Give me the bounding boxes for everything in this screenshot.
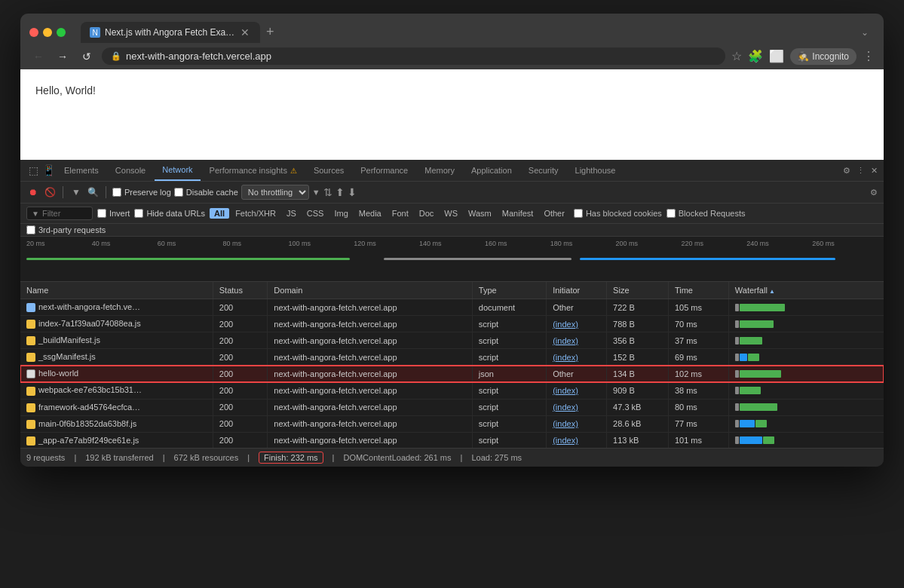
filter-tag-wasm[interactable]: Wasm: [464, 208, 496, 219]
tab-close-button[interactable]: ✕: [239, 26, 251, 38]
dom-content-loaded: DOMContentLoaded: 261 ms: [343, 453, 451, 462]
minimize-window-button[interactable]: [43, 28, 52, 37]
tab-elements[interactable]: Elements: [57, 161, 106, 180]
filter-tag-js[interactable]: JS: [282, 208, 301, 219]
back-button[interactable]: ←: [29, 51, 47, 63]
disable-cache-input[interactable]: [174, 188, 183, 197]
preserve-log-checkbox[interactable]: Preserve log: [112, 188, 171, 197]
tab-security[interactable]: Security: [521, 161, 566, 180]
tab-lighthouse[interactable]: Lighthouse: [568, 161, 624, 180]
profile-icon[interactable]: ⬜: [769, 49, 784, 63]
hide-data-checkbox[interactable]: Hide data URLs: [134, 209, 205, 218]
disable-cache-checkbox[interactable]: Disable cache: [174, 188, 238, 197]
reload-button[interactable]: ↺: [78, 51, 96, 63]
cell-name: main-0f6b18352da63b8f.js: [20, 415, 213, 432]
search-icon[interactable]: 🔍: [86, 185, 100, 199]
hide-data-input[interactable]: [134, 209, 143, 218]
filter-icon[interactable]: ▼: [69, 185, 83, 199]
tab-application[interactable]: Application: [464, 161, 519, 180]
tab-memory[interactable]: Memory: [417, 161, 462, 180]
preserve-log-input[interactable]: [112, 188, 121, 197]
clear-button[interactable]: 🚫: [43, 185, 57, 199]
table-row[interactable]: index-7a1f39aa074088ea.js200next-with-an…: [20, 316, 884, 332]
filter-input[interactable]: [42, 209, 87, 218]
blocked-cookies-checkbox[interactable]: Has blocked cookies: [574, 209, 662, 218]
filter-tag-fetch-xhr[interactable]: Fetch/XHR: [231, 208, 280, 219]
maximize-window-button[interactable]: [57, 28, 66, 37]
cell-size: 134 B: [607, 366, 669, 382]
table-row[interactable]: framework-ad45764ecfca…200next-with-ango…: [20, 399, 884, 415]
extensions-icon[interactable]: 🧩: [748, 49, 763, 63]
col-status[interactable]: Status: [213, 282, 268, 299]
filter-input-container[interactable]: ▼: [26, 207, 93, 220]
blocked-requests-checkbox[interactable]: Blocked Requests: [667, 209, 746, 218]
col-type[interactable]: Type: [472, 282, 546, 299]
new-tab-button[interactable]: +: [260, 21, 280, 43]
settings-gear-icon[interactable]: ⚙: [843, 166, 850, 176]
initiator-link[interactable]: (index): [553, 320, 578, 329]
filter-tag-media[interactable]: Media: [354, 208, 386, 219]
table-row[interactable]: hello-world200next-with-angora-fetch.ver…: [20, 366, 884, 382]
filter-tag-other[interactable]: Other: [539, 208, 569, 219]
col-domain[interactable]: Domain: [268, 282, 472, 299]
table-row[interactable]: _ssgManifest.js200next-with-angora-fetch…: [20, 349, 884, 366]
filter-tag-doc[interactable]: Doc: [415, 208, 439, 219]
third-party-input[interactable]: [26, 225, 35, 234]
third-party-checkbox[interactable]: 3rd-party requests: [26, 225, 878, 234]
waterfall-wait-bar: [735, 403, 739, 411]
table-row[interactable]: _app-a7e7ab9f249ce61e.js200next-with-ang…: [20, 432, 884, 448]
invert-checkbox[interactable]: Invert: [97, 209, 130, 218]
tab-performance-insights[interactable]: Performance insights: [202, 161, 305, 180]
close-window-button[interactable]: [29, 28, 38, 37]
waterfall-wait-bar: [735, 304, 739, 311]
initiator-link[interactable]: (index): [553, 403, 578, 412]
col-initiator[interactable]: Initiator: [547, 282, 607, 299]
table-row[interactable]: webpack-ee7e63bc15b31…200next-with-angor…: [20, 382, 884, 399]
tab-console[interactable]: Console: [108, 161, 153, 180]
browser-tab-active[interactable]: N Next.js with Angora Fetch Exa… ✕: [81, 22, 260, 43]
initiator-link[interactable]: (index): [553, 353, 578, 362]
menu-icon[interactable]: ⋮: [863, 49, 875, 63]
col-waterfall sort-asc[interactable]: Waterfall: [728, 282, 884, 299]
initiator-link[interactable]: (index): [553, 436, 578, 445]
inspect-element-icon[interactable]: ⬚: [26, 164, 40, 177]
filter-tag-font[interactable]: Font: [388, 208, 413, 219]
table-row[interactable]: main-0f6b18352da63b8f.js200next-with-ang…: [20, 415, 884, 432]
blocked-requests-input[interactable]: [667, 209, 676, 218]
initiator-link[interactable]: (index): [553, 419, 578, 428]
initiator-link[interactable]: (index): [553, 336, 578, 345]
filter-tag-img[interactable]: Img: [329, 208, 352, 219]
device-toolbar-icon[interactable]: 📱: [41, 164, 55, 177]
filter-tag-manifest[interactable]: Manifest: [498, 208, 538, 219]
initiator-link[interactable]: (index): [553, 386, 578, 395]
close-devtools-icon[interactable]: ✕: [871, 166, 878, 176]
browser-window: N Next.js with Angora Fetch Exa… ✕ + ⌄ ←…: [20, 14, 884, 467]
filter-tag-all[interactable]: All: [210, 208, 229, 219]
tab-overflow-icon[interactable]: ⌄: [855, 24, 875, 41]
cell-domain: next-with-angora-fetch.vercel.app: [268, 415, 472, 432]
col-size[interactable]: Size: [607, 282, 669, 299]
bookmark-icon[interactable]: ☆: [731, 49, 742, 63]
tab-network[interactable]: Network: [155, 160, 200, 181]
forward-button[interactable]: →: [54, 51, 72, 63]
cell-status: 200: [213, 399, 268, 415]
col-time[interactable]: Time: [668, 282, 728, 299]
col-name[interactable]: Name: [20, 282, 213, 299]
tab-sources[interactable]: Sources: [306, 161, 351, 180]
incognito-button[interactable]: 🕵 Incognito: [790, 48, 857, 65]
upload-icon[interactable]: ⬆: [336, 186, 345, 198]
invert-input[interactable]: [97, 209, 106, 218]
more-options-icon[interactable]: ⋮: [857, 166, 865, 176]
record-button[interactable]: ⏺: [26, 185, 40, 199]
throttle-select[interactable]: No throttling: [241, 185, 309, 200]
network-settings-icon[interactable]: ⚙: [870, 188, 878, 198]
import-export-icon[interactable]: ⇅: [323, 186, 332, 198]
blocked-cookies-input[interactable]: [574, 209, 583, 218]
address-input[interactable]: 🔒 next-with-angora-fetch.vercel.app: [102, 47, 725, 65]
table-row[interactable]: next-with-angora-fetch.ve…200next-with-a…: [20, 299, 884, 316]
tab-performance[interactable]: Performance: [353, 161, 415, 180]
download-icon[interactable]: ⬇: [348, 186, 357, 198]
table-row[interactable]: _buildManifest.js200next-with-angora-fet…: [20, 332, 884, 349]
filter-tag-css[interactable]: CSS: [302, 208, 329, 219]
filter-tag-ws[interactable]: WS: [440, 208, 462, 219]
